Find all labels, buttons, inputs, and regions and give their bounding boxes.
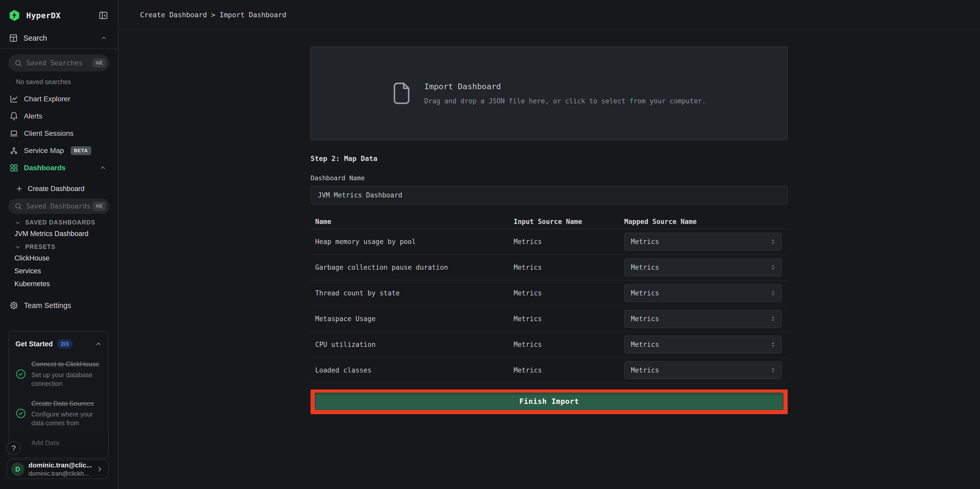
sidebar-nav: Chart Explorer Alerts Client Sessions (0, 90, 118, 176)
help-button[interactable]: ? (7, 441, 21, 455)
mapped-source-select[interactable]: Metrics (624, 361, 782, 379)
presets-section-header[interactable]: PRESETS (0, 244, 118, 250)
app-window: HyperDX Search (0, 0, 980, 489)
selector-chevrons-icon (770, 315, 776, 322)
input-source-name: Metrics (514, 366, 624, 374)
collapse-sidebar-icon[interactable] (98, 10, 108, 21)
top-bar: Create Dashboard > Import Dashboard (118, 0, 980, 30)
team-settings-label: Team Settings (24, 301, 71, 310)
table-row: Thread count by state Metrics Metrics (310, 280, 788, 306)
nav-label: Dashboards (24, 164, 65, 172)
column-header-name: Name (310, 218, 514, 226)
sidebar-item-dashboards[interactable]: Dashboards (0, 159, 118, 176)
step-title: Step 2: Map Data (310, 155, 788, 162)
get-started-item-data-sources[interactable]: Create Data Sources Configure where your… (16, 399, 102, 427)
dashboard-name-label: Dashboard Name (310, 174, 788, 182)
get-started-item-add-data[interactable]: Add Data Start sending logs, metrics, or… (16, 439, 102, 458)
selected-value: Metrics (631, 341, 659, 348)
chevron-up-icon[interactable] (100, 35, 107, 41)
mapped-source-select[interactable]: Metrics (624, 258, 782, 276)
saved-dashboards-section-header[interactable]: SAVED DASHBOARDS (0, 219, 118, 226)
selected-value: Metrics (631, 315, 659, 323)
selected-value: Metrics (631, 263, 659, 271)
get-started-item-title: Connect to ClickHouse (31, 360, 102, 369)
input-source-name: Metrics (514, 263, 624, 271)
avatar: D (11, 462, 24, 476)
json-dropzone[interactable]: Import Dashboard Drag and drop a JSON fi… (310, 46, 788, 140)
sidebar-item-search[interactable]: Search (0, 22, 118, 43)
sidebar-item-team-settings[interactable]: Team Settings (0, 299, 118, 312)
get-started-item-title: Create Data Sources (31, 399, 102, 408)
sidebar-item-chart-explorer[interactable]: Chart Explorer (0, 90, 118, 107)
finish-import-button[interactable]: Finish Import (315, 393, 784, 410)
bell-icon (9, 111, 19, 121)
saved-dashboards-search[interactable]: ⌘K (8, 199, 110, 214)
sidebar-item-services[interactable]: Services (0, 266, 118, 276)
sidebar: HyperDX Search (0, 0, 118, 489)
chevron-up-icon[interactable] (99, 164, 107, 172)
create-dashboard-button[interactable]: Create Dashboard (0, 182, 118, 196)
search-icon (14, 202, 22, 210)
chevron-up-icon[interactable] (95, 341, 102, 347)
table-row: Garbage collection pause duration Metric… (310, 255, 788, 280)
dropzone-title: Import Dashboard (424, 82, 706, 91)
selector-chevrons-icon (770, 341, 776, 348)
section-title: PRESETS (25, 244, 56, 250)
table-header-row: Name Input Source Name Mapped Source Nam… (310, 215, 788, 229)
sidebar-item-alerts[interactable]: Alerts (0, 107, 118, 125)
chevron-down-icon (14, 244, 21, 250)
sidebar-item-kubernetes[interactable]: Kubernetes (0, 279, 118, 288)
saved-dashboards-input[interactable] (26, 202, 92, 210)
sidebar-item-jvm-metrics-dashboard[interactable]: JVM Metrics Dashboard (0, 229, 118, 238)
chevron-right-icon (96, 465, 103, 473)
get-started-item-subtitle: Start sending logs, metrics, or traces (31, 449, 102, 458)
get-started-item-connect[interactable]: Connect to ClickHouse Set up your databa… (16, 360, 102, 388)
sidebar-item-clickhouse[interactable]: ClickHouse (0, 253, 118, 263)
input-source-name: Metrics (514, 315, 624, 323)
table-row: Loaded classes Metrics Metrics (310, 358, 788, 383)
plus-icon (16, 185, 23, 193)
logo-row: HyperDX (0, 0, 118, 22)
get-started-item-title: Add Data (31, 439, 102, 448)
input-source-name: Metrics (514, 238, 624, 245)
selector-chevrons-icon (770, 238, 776, 245)
gear-icon (9, 301, 19, 310)
user-email: dominic.tran@clickh... (29, 470, 92, 477)
selector-chevrons-icon (770, 290, 776, 297)
table-row: CPU utilization Metrics Metrics (310, 332, 788, 358)
mapped-source-select[interactable]: Metrics (624, 336, 782, 354)
table-row: Heap memory usage by pool Metrics Metric… (310, 229, 788, 255)
selected-value: Metrics (631, 366, 659, 374)
dashboard-name-input[interactable] (310, 186, 788, 204)
chart-name: Garbage collection pause duration (310, 263, 514, 271)
import-dashboard-page: Import Dashboard Drag and drop a JSON fi… (310, 46, 788, 414)
nav-label: Alerts (24, 112, 43, 120)
get-started-item-subtitle: Set up your database connection (31, 371, 102, 388)
saved-searches-input[interactable] (26, 59, 92, 67)
chart-name: Metaspace Usage (310, 315, 514, 323)
chart-name: CPU utilization (310, 341, 514, 348)
column-header-input-source: Input Source Name (514, 218, 624, 226)
laptop-icon (9, 129, 19, 138)
nav-label: Client Sessions (24, 129, 73, 137)
nav-label: Chart Explorer (24, 95, 70, 103)
brand-name: HyperDX (26, 11, 60, 20)
chart-name: Loaded classes (310, 366, 514, 374)
sidebar-item-client-sessions[interactable]: Client Sessions (0, 125, 118, 142)
breadcrumb: Create Dashboard > Import Dashboard (140, 11, 286, 19)
search-board-icon (9, 33, 18, 43)
search-section-label: Search (23, 34, 47, 42)
mapped-source-select[interactable]: Metrics (624, 284, 782, 302)
mapped-source-select[interactable]: Metrics (624, 310, 782, 328)
input-source-name: Metrics (514, 341, 624, 348)
user-menu[interactable]: D dominic.tran@clic... dominic.tran@clic… (7, 459, 109, 479)
saved-searches-search[interactable]: ⌘K (8, 54, 110, 72)
section-title: SAVED DASHBOARDS (25, 219, 95, 226)
mapped-source-select[interactable]: Metrics (624, 233, 782, 251)
chart-name: Heap memory usage by pool (310, 238, 514, 245)
check-circle-icon (16, 399, 26, 427)
dashboards-grid-icon (9, 163, 19, 172)
mapping-table: Name Input Source Name Mapped Source Nam… (310, 215, 788, 383)
sidebar-item-service-map[interactable]: Service Map BETA (0, 142, 118, 159)
hyperdx-logo-icon (8, 9, 21, 22)
